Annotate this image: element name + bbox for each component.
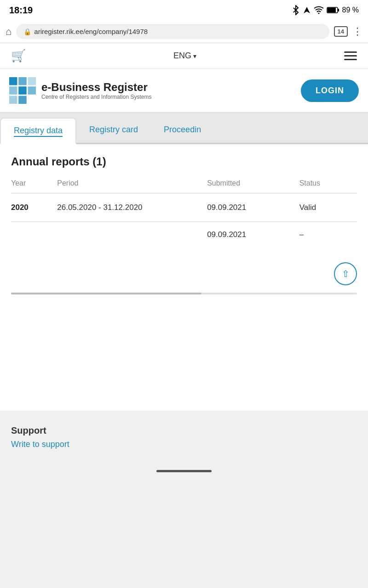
header: e-Business Register Centre of Registers … [0, 69, 368, 113]
logo-icon [9, 77, 36, 104]
support-title: Support [11, 425, 357, 436]
status-time: 18:19 [9, 5, 33, 16]
login-button[interactable]: LOGIN [301, 79, 359, 102]
url-text: ariregister.rik.ee/eng/company/14978 [34, 28, 148, 35]
svg-point-1 [318, 13, 319, 14]
cell-period: 26.05.2020 - 31.12.2020 [57, 194, 207, 222]
bottom-handle [0, 460, 368, 480]
section-title: Annual reports (1) [11, 155, 357, 168]
svg-marker-0 [304, 7, 310, 13]
status-icons: 89 % [292, 5, 359, 15]
cell-year: 2020 [11, 194, 57, 222]
scroll-thumb [11, 293, 201, 294]
annual-reports-table: Year Period Submitted Status 2020 26.05.… [11, 179, 357, 249]
svg-rect-6 [18, 77, 26, 85]
browser-bar: ⌂ 🔒 ariregister.rik.ee/eng/company/14978… [0, 20, 368, 43]
cell-status: Valid [299, 194, 357, 222]
col-status: Status [299, 179, 357, 193]
battery-percent: 89 % [342, 6, 359, 14]
app-subtitle: Centre of Registers and Information Syst… [41, 94, 151, 100]
col-year: Year [11, 179, 57, 193]
cell-status-extra: – [299, 221, 357, 249]
footer: Support Write to support [0, 411, 368, 460]
logo-text: e-Business Register Centre of Registers … [41, 81, 151, 101]
top-nav: 🛒 ENG ▾ [0, 43, 368, 69]
scroll-indicator [11, 293, 357, 294]
chevron-down-icon: ▾ [193, 52, 196, 60]
hamburger-menu[interactable] [344, 51, 357, 60]
write-to-support-link[interactable]: Write to support [11, 440, 69, 449]
cart-icon[interactable]: 🛒 [11, 49, 26, 63]
language-label: ENG [173, 51, 191, 61]
svg-rect-7 [9, 86, 17, 94]
svg-rect-8 [18, 86, 26, 94]
tab-registry-data[interactable]: Registry data [0, 118, 76, 144]
tabs-container: Registry data Registry card Proceedin [0, 113, 368, 144]
logo-area: e-Business Register Centre of Registers … [9, 77, 151, 104]
language-selector[interactable]: ENG ▾ [173, 51, 196, 61]
svg-rect-5 [9, 77, 17, 85]
url-bar[interactable]: 🔒 ariregister.rik.ee/eng/company/14978 [16, 24, 329, 39]
svg-rect-10 [28, 86, 36, 94]
svg-rect-11 [9, 96, 17, 104]
cell-year-empty [11, 221, 57, 249]
cell-submitted: 09.09.2021 [207, 194, 299, 222]
bluetooth-icon [292, 5, 300, 15]
col-period: Period [57, 179, 207, 193]
battery-icon [327, 6, 339, 14]
col-submitted: Submitted [207, 179, 299, 193]
wifi-icon [314, 6, 324, 14]
svg-rect-9 [28, 77, 36, 85]
table-row-extra: 09.09.2021 – [11, 221, 357, 249]
svg-rect-3 [338, 9, 339, 11]
tab-proceedings[interactable]: Proceedin [151, 118, 214, 143]
home-icon[interactable]: ⌂ [6, 26, 12, 38]
svg-rect-12 [18, 96, 26, 104]
table-row[interactable]: 2020 26.05.2020 - 31.12.2020 09.09.2021 … [11, 194, 357, 222]
signal-icon [303, 6, 311, 14]
chevron-up-icon: ⇧ [342, 268, 350, 279]
cell-period-empty [57, 221, 207, 249]
scroll-up-button[interactable]: ⇧ [334, 262, 357, 285]
status-bar: 18:19 89 % [0, 0, 368, 20]
browser-menu-icon[interactable]: ⋮ [352, 26, 362, 38]
app-name: e-Business Register [41, 81, 151, 94]
lock-icon: 🔒 [23, 28, 31, 35]
tab-registry-card[interactable]: Registry card [76, 118, 151, 143]
svg-rect-4 [328, 8, 336, 12]
cell-submitted-extra: 09.09.2021 [207, 221, 299, 249]
tab-count[interactable]: 14 [334, 26, 348, 37]
bottom-bar-indicator [156, 470, 212, 472]
main-content: Annual reports (1) Year Period Submitted… [0, 144, 368, 411]
